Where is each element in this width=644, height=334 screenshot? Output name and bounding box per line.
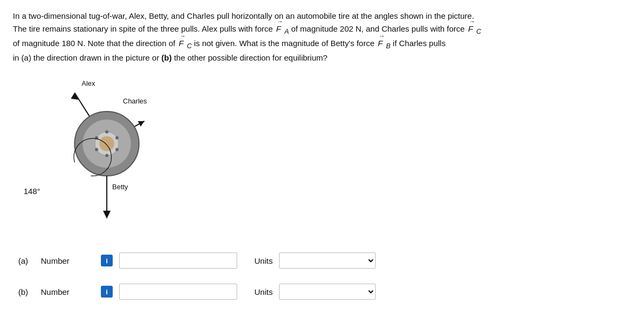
part-b-letter: (b)	[18, 287, 34, 296]
units-select-a[interactable]: N kN	[279, 253, 376, 269]
tire-svg: Alex Charles	[45, 74, 169, 235]
info-button-a[interactable]: i	[101, 255, 113, 266]
problem-line1: In a two-dimensional tug-of-war, Alex, B…	[13, 10, 576, 23]
betty-label: Betty	[112, 183, 128, 191]
units-label-b: Units	[254, 287, 273, 296]
force-A-symbol: → F	[276, 23, 281, 35]
problem-text: In a two-dimensional tug-of-war, Alex, B…	[13, 10, 576, 64]
problem-line4: in (a) the direction drawn in the pictur…	[13, 51, 576, 64]
angle-label: 148°	[24, 187, 40, 196]
alex-label: Alex	[82, 79, 96, 87]
problem-line3: of magnitude 180 N. Note that the direct…	[13, 37, 576, 51]
svg-point-11	[115, 136, 119, 139]
info-button-b[interactable]: i	[101, 286, 113, 298]
part-b-label: Number	[41, 287, 94, 296]
force-C-symbol: → F	[468, 23, 473, 35]
svg-point-8	[105, 130, 108, 133]
problem-line2: The tire remains stationary in spite of …	[13, 23, 576, 37]
part-a-letter: (a)	[18, 256, 34, 265]
diagram-area: 148° Alex Charles	[29, 74, 631, 236]
number-input-b[interactable]	[119, 284, 237, 300]
svg-point-7	[99, 136, 114, 151]
charles-label: Charles	[123, 97, 147, 105]
svg-point-13	[115, 148, 119, 151]
svg-point-9	[105, 154, 108, 157]
svg-point-12	[95, 148, 98, 151]
answer-section: (a) Number i Units N kN (b) Number i Uni…	[18, 253, 631, 300]
number-input-a[interactable]	[119, 253, 237, 269]
part-a-label: Number	[41, 256, 94, 265]
answer-row-a: (a) Number i Units N kN	[18, 253, 631, 269]
force-B-symbol: → F	[378, 37, 383, 50]
tire-diagram: Alex Charles	[45, 74, 169, 236]
svg-marker-15	[103, 211, 111, 219]
units-label-a: Units	[254, 256, 273, 265]
units-select-b[interactable]: N kN	[279, 284, 376, 300]
answer-row-b: (b) Number i Units N kN	[18, 284, 631, 300]
force-C2-symbol: → F	[179, 37, 184, 50]
